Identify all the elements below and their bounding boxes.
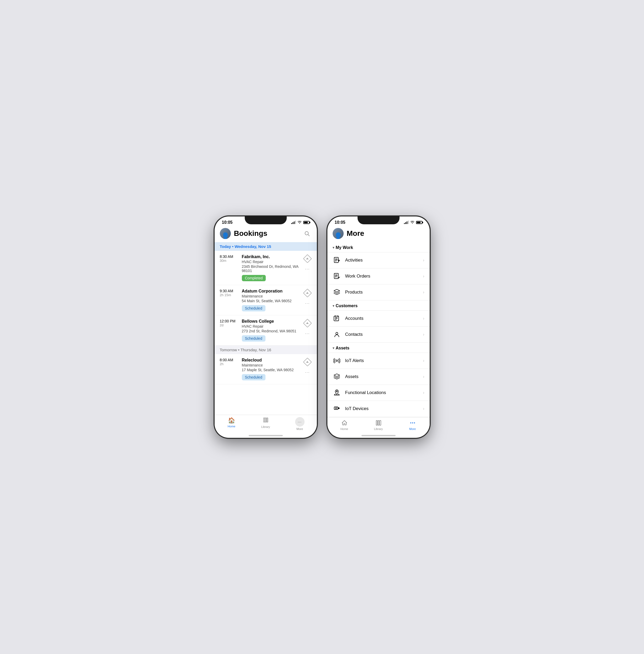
tab-home[interactable]: 🏠 Home [214, 417, 249, 430]
menu-item-iot-alerts[interactable]: IoT Alerts › [327, 353, 430, 368]
svg-point-19 [336, 332, 338, 335]
page-title: More [347, 229, 424, 238]
today-header: Today • Wednesday, Nov 15 [214, 242, 317, 251]
menu-item-contacts[interactable]: Contacts › [327, 326, 430, 343]
booking-actions: ··· [303, 254, 312, 273]
navigate-button[interactable] [303, 319, 312, 328]
booking-item[interactable]: 9:30 AM 2h 15m Adatum Corporation Mainte… [214, 285, 317, 315]
section-customers: ▾ Customers Accounts › [327, 300, 430, 343]
section-my-work: ▾ My Work Activities [327, 242, 430, 300]
activities-icon [332, 256, 341, 265]
tab-more[interactable]: More [396, 420, 430, 430]
contacts-icon [332, 330, 341, 339]
library-icon [263, 417, 269, 425]
booking-item[interactable]: 8:00 AM 2h Relecloud Maintenance 17 Mapl… [214, 354, 317, 384]
chevron-down-icon: ▾ [332, 304, 334, 308]
svg-rect-4 [267, 418, 268, 422]
svg-point-25 [336, 408, 337, 409]
tomorrow-header: Tomorrow • Thursday, Nov 16 [214, 345, 317, 354]
home-indicator [214, 436, 317, 438]
wifi-icon [297, 220, 302, 224]
menu-item-functional-locations[interactable]: Functional Locations › [327, 385, 430, 401]
bookings-header: 👤 Bookings [214, 226, 317, 242]
more-options-button[interactable]: ··· [303, 330, 312, 338]
signal-icon [404, 221, 409, 224]
svg-rect-28 [378, 421, 379, 425]
iot-devices-icon [332, 405, 341, 413]
products-icon [332, 288, 341, 296]
svg-point-21 [336, 391, 337, 392]
more-dots-icon [410, 420, 416, 427]
status-icons [291, 220, 309, 224]
tab-library[interactable]: Library [249, 417, 283, 430]
accounts-icon [332, 314, 341, 323]
menu-item-iot-devices[interactable]: IoT Devices › [327, 401, 430, 417]
status-icons [404, 220, 422, 224]
library-icon [375, 420, 382, 427]
more-circle: ··· [295, 417, 304, 427]
phone-content: 👤 Bookings Today • Wednesday, Nov 15 8:3… [214, 226, 317, 438]
home-indicator [327, 436, 430, 438]
svg-rect-22 [334, 407, 338, 409]
booking-details: Relecloud Maintenance 17 Maple St, Seatt… [242, 358, 300, 380]
booking-item[interactable]: 12:00 PM 2d Bellows College HVAC Repair … [214, 315, 317, 345]
booking-item[interactable]: 8:30 AM 30m Fabrikam, Inc. HVAC Repair 2… [214, 251, 317, 285]
svg-rect-27 [376, 421, 377, 425]
svg-point-32 [414, 422, 415, 423]
tab-more[interactable]: ··· More [283, 417, 317, 430]
status-badge: Scheduled [242, 374, 266, 380]
chevron-right-icon: › [423, 406, 424, 411]
signal-icon [291, 221, 296, 224]
more-options-button[interactable]: ··· [303, 368, 312, 377]
chevron-right-icon: › [423, 258, 424, 263]
menu-item-assets[interactable]: Assets › [327, 368, 430, 385]
avatar: 👤 [332, 228, 344, 239]
more-options-button[interactable]: ··· [303, 265, 312, 273]
navigate-button[interactable] [303, 358, 312, 366]
home-icon: 🏠 [228, 417, 235, 424]
tab-bar: Home Library [327, 418, 430, 436]
svg-line-1 [308, 234, 309, 236]
search-button[interactable] [302, 229, 312, 238]
navigate-button[interactable] [303, 289, 312, 297]
chevron-right-icon: › [423, 274, 424, 278]
status-badge: Scheduled [242, 335, 266, 342]
chevron-down-icon: ▾ [332, 246, 334, 249]
booking-actions: ··· [303, 289, 312, 308]
svg-point-30 [410, 422, 411, 423]
svg-rect-2 [263, 418, 265, 422]
time-display: 10:05 [335, 220, 345, 225]
notch [358, 217, 399, 224]
functional-locations-icon [332, 388, 341, 397]
bookings-list: Today • Wednesday, Nov 15 8:30 AM 30m Fa… [214, 242, 317, 415]
tab-library[interactable]: Library [362, 420, 396, 430]
status-badge: Completed [242, 275, 266, 281]
tab-home[interactable]: Home [327, 420, 362, 430]
svg-rect-29 [380, 421, 381, 425]
iot-alerts-icon [332, 357, 341, 365]
chevron-right-icon: › [423, 332, 424, 337]
home-icon [341, 420, 348, 427]
booking-time: 9:30 AM 2h 15m [220, 289, 239, 297]
booking-time: 8:30 AM 30m [220, 254, 239, 263]
tab-bar: 🏠 Home Library ··· More [214, 415, 317, 436]
chevron-right-icon: › [423, 374, 424, 379]
section-heading-assets: ▾ Assets [327, 343, 430, 353]
svg-point-20 [336, 360, 338, 361]
menu-item-accounts[interactable]: Accounts › [327, 310, 430, 326]
notch [245, 217, 287, 224]
more-options-button[interactable]: ··· [303, 299, 312, 308]
wifi-icon [410, 220, 414, 224]
menu-item-products[interactable]: Products › [327, 284, 430, 300]
booking-details: Adatum Corporation Maintenance 54 Main S… [242, 289, 300, 311]
svg-point-31 [412, 422, 413, 423]
booking-time: 8:00 AM 2h [220, 358, 239, 366]
phone-bookings: 10:05 👤 Bookings [214, 217, 317, 438]
navigate-button[interactable] [303, 254, 312, 263]
booking-details: Bellows College HVAC Repair 273 2nd St, … [242, 319, 300, 342]
booking-time: 12:00 PM 2d [220, 319, 239, 327]
assets-icon [332, 373, 341, 381]
menu-item-activities[interactable]: Activities › [327, 252, 430, 268]
avatar: 👤 [220, 228, 231, 239]
menu-item-work-orders[interactable]: Work Orders › [327, 268, 430, 284]
